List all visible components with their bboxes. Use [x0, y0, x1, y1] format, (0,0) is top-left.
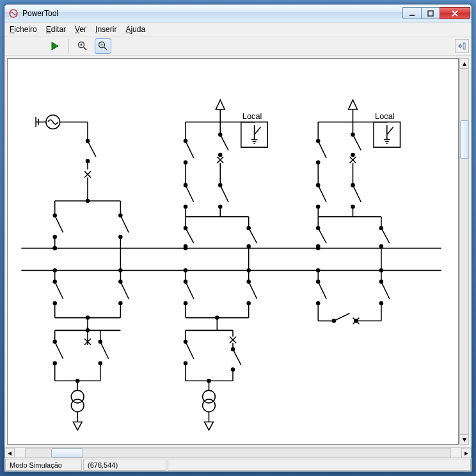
svg-line-175	[318, 141, 326, 158]
svg-line-145	[186, 342, 194, 359]
menu-inserir[interactable]: Inserir	[95, 25, 116, 34]
local-label-2: Local	[375, 111, 395, 121]
hscroll-track[interactable]	[25, 448, 451, 458]
horizontal-scrollbar[interactable]: ◂ ▸	[4, 447, 472, 457]
menu-editar[interactable]: Editar	[46, 25, 66, 34]
svg-line-153	[233, 349, 241, 365]
close-button[interactable]	[440, 7, 470, 19]
svg-line-60	[55, 342, 63, 359]
scroll-right-arrow[interactable]: ▸	[461, 448, 472, 458]
svg-point-185	[351, 154, 354, 157]
menu-ver[interactable]: Ver	[75, 25, 86, 34]
svg-line-101	[186, 185, 194, 202]
schematic-svg: Local	[8, 59, 458, 444]
svg-line-219	[334, 313, 350, 321]
svg-rect-1	[409, 15, 415, 16]
svg-line-74	[100, 342, 109, 359]
svg-line-106	[220, 134, 228, 150]
local-label-1: Local	[242, 111, 262, 121]
svg-marker-86	[216, 100, 225, 109]
status-mode: Modo Simulação	[5, 459, 82, 471]
svg-line-112	[220, 185, 228, 202]
svg-line-90	[255, 127, 261, 135]
collapse-panel-button[interactable]	[455, 39, 469, 53]
svg-line-37	[120, 216, 129, 233]
svg-line-9	[104, 47, 107, 50]
vertical-scrollbar[interactable]: ▴ ▾	[459, 58, 469, 445]
svg-line-5	[84, 47, 87, 50]
svg-rect-11	[463, 43, 465, 49]
svg-line-202	[381, 228, 390, 243]
svg-line-131	[186, 282, 194, 299]
svg-line-118	[186, 228, 194, 243]
svg-line-196	[318, 228, 326, 243]
svg-line-214	[381, 282, 390, 299]
window-buttons	[403, 7, 470, 19]
zoom-in-button[interactable]	[74, 38, 91, 54]
svg-line-136	[249, 282, 257, 299]
window-title: PowerTool	[22, 9, 403, 18]
diagram-canvas[interactable]: Local	[7, 58, 459, 445]
run-button[interactable]	[47, 38, 63, 54]
maximize-button[interactable]	[421, 7, 440, 19]
svg-line-97	[186, 141, 194, 158]
menubar: Ficheiro Editar Ver Inserir Ajuda	[4, 22, 472, 36]
scroll-up-arrow[interactable]: ▴	[459, 58, 469, 68]
svg-marker-83	[73, 422, 82, 430]
zoom-out-button[interactable]	[95, 38, 111, 54]
svg-line-179	[318, 185, 326, 202]
minimize-button[interactable]	[402, 7, 422, 19]
statusbar: Modo Simulação (676,544)	[4, 457, 472, 472]
svg-line-21	[88, 141, 96, 157]
status-rest	[168, 459, 471, 471]
svg-marker-3	[52, 42, 58, 50]
svg-point-43	[53, 247, 56, 250]
vscroll-track[interactable]	[459, 68, 469, 434]
vscroll-thumb[interactable]	[460, 120, 469, 159]
svg-marker-164	[349, 100, 358, 109]
svg-marker-162	[205, 422, 214, 430]
titlebar[interactable]: PowerTool	[4, 4, 472, 22]
svg-line-184	[353, 134, 361, 150]
svg-line-51	[120, 282, 129, 299]
svg-line-190	[353, 185, 361, 202]
status-coords: (676,544)	[83, 459, 166, 471]
svg-point-81	[71, 399, 84, 412]
svg-point-28	[86, 200, 90, 203]
svg-line-168	[387, 127, 393, 135]
svg-point-199	[317, 247, 320, 250]
canvas-area: Local	[4, 56, 472, 447]
scroll-down-arrow[interactable]: ▾	[459, 434, 469, 445]
hscroll-thumb[interactable]	[51, 448, 83, 457]
svg-point-107	[219, 154, 222, 157]
app-window: PowerTool Ficheiro Editar Ver Inserir Aj…	[4, 4, 472, 472]
svg-line-124	[249, 228, 257, 243]
svg-rect-2	[428, 11, 433, 16]
svg-point-121	[184, 247, 187, 250]
svg-line-46	[55, 282, 63, 299]
menu-ajuda[interactable]: Ajuda	[125, 25, 145, 34]
scroll-left-arrow[interactable]: ◂	[4, 448, 15, 458]
menu-ficheiro[interactable]: Ficheiro	[10, 25, 37, 34]
toolbar	[4, 36, 472, 56]
toolbar-separator	[68, 39, 69, 53]
svg-line-209	[318, 282, 326, 299]
app-icon	[8, 8, 19, 19]
svg-line-31	[55, 216, 63, 233]
svg-point-160	[203, 399, 216, 412]
